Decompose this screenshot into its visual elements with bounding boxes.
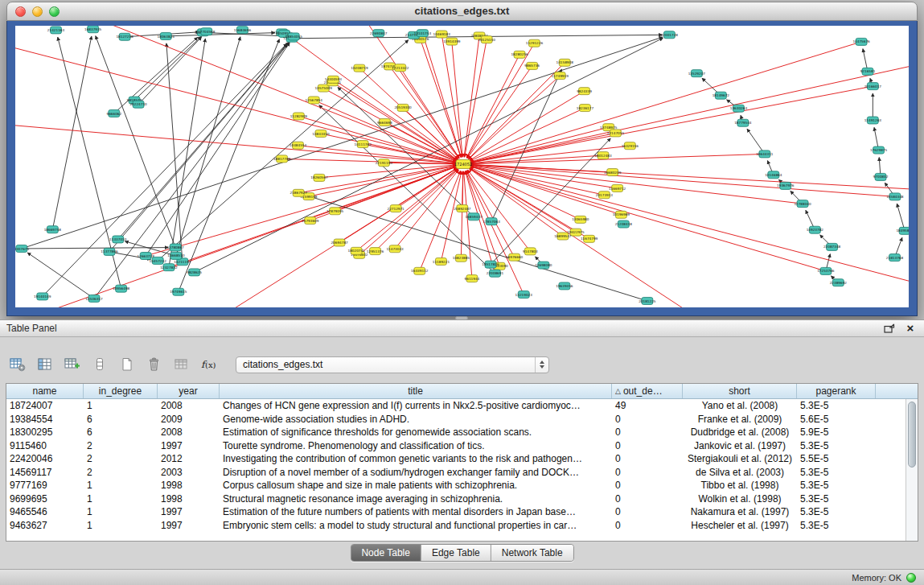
graph-node[interactable]: 20694787: [331, 239, 348, 246]
float-panel-button[interactable]: [882, 322, 897, 335]
table-row[interactable]: 1830029562008Estimation of significance …: [6, 426, 918, 439]
network-table-select[interactable]: citations_edges.txt: [236, 356, 549, 373]
tab-edge-table[interactable]: Edge Table: [421, 545, 491, 561]
table-row[interactable]: 1938455462009Genome-wide association stu…: [6, 413, 918, 426]
graph-node[interactable]: 19140149: [34, 293, 51, 300]
graph-node[interactable]: 18012483: [594, 152, 612, 159]
graph-node[interactable]: 18495889: [896, 227, 909, 234]
window-titlebar[interactable]: citations_edges.txt: [6, 2, 918, 21]
graph-node[interactable]: 11674799: [581, 235, 598, 242]
graph-node[interactable]: 10196969: [613, 211, 630, 218]
graph-node[interactable]: 9611944: [465, 275, 480, 282]
graph-node[interactable]: 9700802: [873, 173, 889, 180]
graph-node[interactable]: 16976660: [506, 253, 524, 261]
table-row[interactable]: 977716911998Corpus callosum shape and si…: [6, 479, 918, 492]
graph-node[interactable]: 9828625: [187, 269, 202, 276]
graph-node[interactable]: 14843450: [312, 130, 330, 137]
column-header-out_de[interactable]: △out_de…: [612, 384, 683, 398]
table-row[interactable]: 1456911722003Disruption of a novel membe…: [6, 466, 918, 480]
graph-node[interactable]: 16329156: [622, 142, 639, 150]
graph-node[interactable]: 9216581: [860, 68, 876, 75]
column-header-title[interactable]: title: [220, 384, 612, 398]
graph-node[interactable]: 14536317: [85, 295, 103, 302]
table-row[interactable]: 1872400712008Changes of HCN gene express…: [6, 399, 918, 413]
graph-node[interactable]: 10146864: [765, 171, 782, 179]
graph-node[interactable]: 13065980: [572, 216, 589, 223]
graph-node[interactable]: 21421163: [47, 27, 65, 34]
table-row[interactable]: 946554611997Estimation of the future num…: [6, 505, 918, 519]
graph-node[interactable]: 22191193: [376, 159, 393, 167]
graph-node[interactable]: 11189221: [433, 257, 450, 265]
graph-node[interactable]: 17857063: [483, 218, 501, 225]
graph-node[interactable]: 20224710: [129, 101, 147, 108]
show-columns-button[interactable]: [35, 355, 55, 374]
graph-node[interactable]: 18127218: [116, 33, 133, 40]
table-row[interactable]: 2242004622012Investigating the contribut…: [6, 452, 918, 466]
vertical-scrollbar[interactable]: [906, 399, 918, 541]
graph-node[interactable]: 1724052: [454, 160, 472, 169]
graph-node[interactable]: 16899547: [554, 233, 572, 240]
graph-node[interactable]: 11291226: [526, 39, 544, 47]
graph-node[interactable]: 20892487: [454, 204, 471, 212]
graph-node[interactable]: 9666062: [106, 109, 121, 117]
graph-node[interactable]: 9147803: [523, 248, 538, 255]
graph-node[interactable]: 18063824: [158, 32, 175, 39]
tab-node-table[interactable]: Node Table: [351, 545, 421, 561]
graph-node[interactable]: 9307675: [15, 245, 29, 252]
graph-node[interactable]: 12951376: [367, 248, 384, 255]
graph-node[interactable]: 21813768: [886, 254, 904, 262]
graph-node[interactable]: 22001728: [661, 31, 679, 39]
graph-node[interactable]: 19749615: [170, 288, 187, 295]
graph-node[interactable]: 20181225: [639, 297, 656, 304]
table-row[interactable]: 946362711997Embryonic stem cells: a mode…: [6, 519, 918, 533]
graph-node[interactable]: 14158908: [556, 59, 574, 66]
graph-node[interactable]: 20519300: [394, 104, 412, 111]
graph-node[interactable]: 12788040: [794, 200, 811, 208]
graph-node[interactable]: 18669758: [44, 226, 62, 233]
import-table-button[interactable]: [171, 355, 192, 374]
graph-node[interactable]: 14584348: [886, 193, 904, 200]
graph-node[interactable]: 22690847: [370, 30, 388, 37]
column-header-name[interactable]: name: [6, 384, 84, 398]
graph-node[interactable]: 9824339: [577, 88, 592, 95]
graph-node[interactable]: 12698080: [535, 262, 552, 269]
graph-node[interactable]: 11337010: [109, 236, 127, 243]
function-builder-button[interactable]: f (x): [199, 355, 220, 374]
column-header-short[interactable]: short: [683, 384, 797, 398]
minimize-window-button[interactable]: [32, 6, 43, 17]
graph-node[interactable]: 17629875: [870, 146, 888, 154]
graph-node[interactable]: 13219023: [515, 291, 533, 299]
graph-node[interactable]: 18149672: [713, 92, 730, 99]
network-canvas[interactable]: 1724052180124831668020911669712201739131…: [15, 26, 909, 307]
edit-columns-button[interactable]: [62, 355, 83, 374]
graph-node[interactable]: 20173913: [596, 192, 614, 199]
graph-node[interactable]: 14111762: [354, 141, 372, 148]
table-options-button[interactable]: [7, 355, 28, 374]
graph-node[interactable]: 15457242: [149, 257, 166, 264]
graph-node[interactable]: 11473043: [386, 245, 404, 253]
close-window-button[interactable]: [15, 6, 26, 17]
graph-node[interactable]: 18817788: [273, 155, 291, 163]
graph-node[interactable]: 11377866: [101, 248, 118, 255]
graph-node[interactable]: 13529207: [688, 70, 706, 77]
delete-table-button[interactable]: [144, 355, 165, 374]
combo-stepper[interactable]: [535, 357, 548, 373]
graph-node[interactable]: 10208719: [351, 64, 368, 72]
column-header-in_degree[interactable]: in_degree: [84, 384, 158, 398]
graph-node[interactable]: 14475676: [852, 38, 870, 45]
column-header-pagerank[interactable]: pagerank: [797, 384, 876, 398]
graph-node[interactable]: 21208418: [615, 220, 633, 228]
tab-network-table[interactable]: Network Table: [491, 545, 573, 561]
graph-node[interactable]: 17213422: [392, 64, 409, 72]
graph-node[interactable]: 10956498: [113, 285, 130, 292]
graph-node[interactable]: 9865736: [524, 62, 540, 69]
graph-node[interactable]: 10644311: [756, 150, 774, 158]
graph-node[interactable]: 12327832: [160, 264, 178, 271]
network-graph[interactable]: 1724052180124831668020911669712201739131…: [15, 26, 909, 307]
graph-node[interactable]: 20166017: [864, 83, 882, 90]
graph-node[interactable]: 15793609: [302, 217, 319, 225]
graph-node[interactable]: 18779544: [734, 119, 752, 126]
graph-node[interactable]: 10484554: [290, 142, 307, 149]
graph-node[interactable]: 13914399: [443, 38, 461, 45]
graph-node[interactable]: 20125150: [478, 36, 496, 43]
